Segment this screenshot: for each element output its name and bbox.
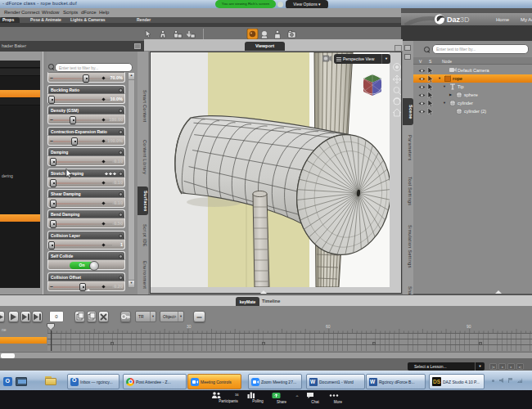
svg-text:My Ac: My Ac [521, 17, 532, 22]
svg-text:Home: Home [496, 17, 510, 22]
svg-text:Daz3D: Daz3D [447, 16, 470, 24]
